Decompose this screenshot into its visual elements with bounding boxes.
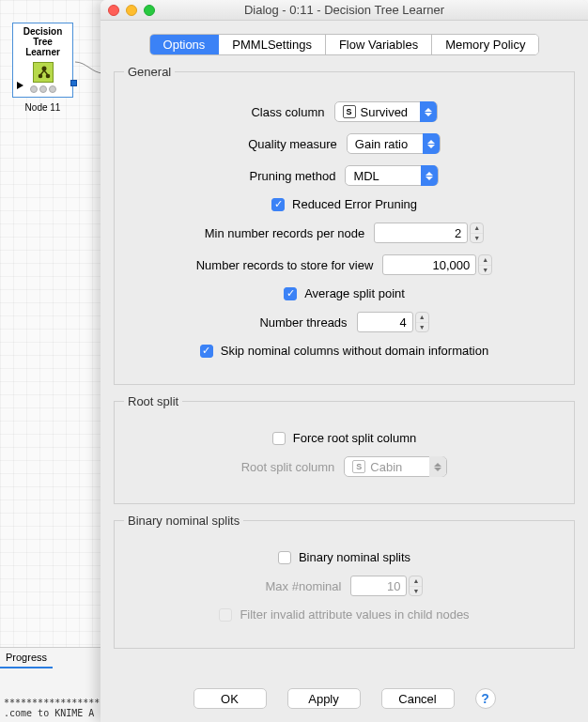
tab-memory-policy[interactable]: Memory Policy (432, 35, 538, 54)
string-type-icon: S (343, 105, 356, 118)
tab-options[interactable]: Options (150, 35, 220, 54)
stepper-max-nominal: ▲▼ (409, 576, 423, 596)
node-label: Node 11 (12, 102, 73, 113)
tab-bar: Options PMMLSettings Flow Variables Memo… (149, 34, 540, 55)
group-root-split: Root split Force root split column Root … (114, 394, 575, 504)
progress-tab[interactable]: Progress (0, 648, 53, 668)
checkbox-skip-nominal[interactable]: Skip nominal columns without domain info… (200, 344, 488, 358)
node-title: Decision Tree Learner (15, 26, 70, 57)
label-store-view: Number records to store for view (196, 258, 374, 272)
group-general: General Class column S Survived Quality … (114, 65, 575, 385)
node-decision-tree-learner[interactable]: Decision Tree Learner (12, 23, 73, 98)
input-threads[interactable] (357, 312, 413, 332)
chevron-updown-icon (420, 101, 437, 122)
string-type-icon: S (352, 460, 365, 473)
chevron-updown-icon (429, 456, 446, 477)
checkbox-average-split[interactable]: Average split point (284, 286, 405, 300)
titlebar[interactable]: Dialog - 0:11 - Decision Tree Learner (101, 0, 588, 21)
label-max-nominal: Max #nominal (266, 579, 342, 593)
legend-binary-nominal: Binary nominal splits (124, 514, 243, 528)
legend-general: General (124, 65, 175, 79)
node-input-port[interactable] (17, 82, 23, 89)
tab-flow-variables[interactable]: Flow Variables (326, 35, 432, 54)
stepper-threads[interactable]: ▲▼ (415, 312, 429, 332)
window-title: Dialog - 0:11 - Decision Tree Learner (101, 3, 588, 17)
select-root-split-column: S Cabin (344, 456, 447, 477)
input-max-nominal (350, 576, 407, 596)
label-root-split-column: Root split column (241, 460, 335, 474)
help-button[interactable]: ? (475, 688, 496, 709)
label-min-records: Min number records per node (205, 226, 365, 240)
label-class-column: Class column (251, 105, 324, 119)
apply-button[interactable]: Apply (287, 688, 361, 709)
select-class-column[interactable]: S Survived (334, 101, 438, 122)
label-pruning-method: Pruning method (250, 169, 336, 183)
checkbox-reduced-error-pruning[interactable]: Reduced Error Pruning (271, 197, 417, 211)
group-binary-nominal: Binary nominal splits Binary nominal spl… (114, 514, 575, 649)
select-quality-measure[interactable]: Gain ratio (347, 133, 441, 154)
input-min-records[interactable] (374, 223, 468, 243)
label-quality-measure: Quality measure (248, 137, 337, 151)
input-store-view[interactable] (382, 254, 476, 275)
tab-pmml-settings[interactable]: PMMLSettings (219, 35, 326, 54)
connection-line (75, 56, 103, 75)
bottom-panel: Progress *******************************… (0, 647, 103, 722)
checkbox-binary-nominal[interactable]: Binary nominal splits (278, 550, 410, 564)
node-output-port[interactable] (70, 80, 77, 86)
dialog-footer: OK Apply Cancel ? (101, 675, 588, 722)
legend-root-split: Root split (124, 394, 182, 408)
node-icon (33, 62, 54, 83)
chevron-updown-icon (423, 133, 440, 154)
stepper-store-view[interactable]: ▲▼ (478, 254, 492, 275)
svg-point-4 (46, 74, 49, 77)
label-threads: Number threads (259, 315, 347, 330)
svg-point-0 (42, 67, 46, 70)
config-dialog: Dialog - 0:11 - Decision Tree Learner Op… (101, 0, 588, 722)
stepper-min-records[interactable]: ▲▼ (470, 223, 484, 243)
workflow-canvas[interactable]: Decision Tree Learner Node 11 Progress *… (0, 0, 103, 722)
chevron-updown-icon (421, 165, 438, 186)
checkbox-force-root-split[interactable]: Force root split column (272, 431, 417, 445)
ok-button[interactable]: OK (193, 688, 267, 709)
svg-point-3 (39, 74, 41, 77)
cancel-button[interactable]: Cancel (381, 688, 455, 709)
checkbox-filter-invalid: Filter invalid attribute values in child… (219, 607, 469, 622)
select-pruning-method[interactable]: MDL (345, 165, 439, 186)
